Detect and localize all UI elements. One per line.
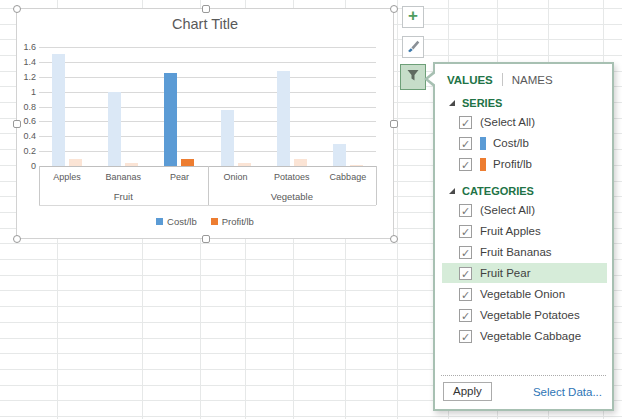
filter-item-label: Vegetable Potatoes bbox=[480, 309, 580, 321]
filter-item-label: Fruit Bananas bbox=[480, 246, 552, 258]
checkbox-profit-lb[interactable]: ✓ bbox=[459, 158, 472, 171]
category-label: Pear bbox=[151, 172, 207, 182]
bar-costlb-pear[interactable] bbox=[164, 73, 177, 166]
y-axis-tick-label: 0 bbox=[17, 161, 36, 171]
checkbox-fruit-pear[interactable]: ✓ bbox=[459, 267, 472, 280]
resize-handle[interactable] bbox=[202, 235, 210, 243]
filter-item-fruit-bananas[interactable]: ✓Fruit Bananas bbox=[442, 242, 607, 262]
checkbox-vegetable-cabbage[interactable]: ✓ bbox=[459, 330, 472, 343]
select-data-link[interactable]: Select Data... bbox=[533, 386, 602, 398]
paintbrush-icon bbox=[406, 38, 421, 57]
chart-gridline bbox=[39, 107, 376, 108]
axis-bottom-line bbox=[39, 205, 376, 206]
collapse-triangle-icon bbox=[449, 100, 455, 106]
excel-window: Chart Title 00.20.40.60.811.21.41.6Apple… bbox=[0, 0, 622, 419]
chart-elements-button[interactable]: + bbox=[402, 6, 424, 28]
legend-entry-costlb[interactable]: Cost/lb bbox=[156, 216, 197, 227]
chart-gridline bbox=[39, 151, 376, 152]
chart-gridline bbox=[39, 47, 376, 48]
legend-swatch-icon bbox=[211, 218, 218, 225]
axis-group-divider bbox=[208, 166, 209, 205]
chart-legend: Cost/lbProfit/lb bbox=[17, 216, 393, 227]
filter-item-label: Fruit Pear bbox=[480, 267, 531, 279]
resize-handle[interactable] bbox=[13, 5, 21, 13]
bar-costlb-bananas[interactable] bbox=[108, 92, 121, 166]
category-label: Cabbage bbox=[320, 172, 376, 182]
collapse-triangle-icon bbox=[449, 188, 455, 194]
bar-profitlb-pear[interactable] bbox=[181, 159, 194, 166]
chart-gridline bbox=[39, 136, 376, 137]
legend-label: Cost/lb bbox=[167, 216, 197, 227]
filter-item-cost-lb[interactable]: ✓Cost/lb bbox=[442, 133, 607, 153]
filter-panel-footer: Apply Select Data... bbox=[441, 375, 606, 409]
bar-costlb-cabbage[interactable] bbox=[333, 144, 346, 166]
y-axis-tick-label: 1.2 bbox=[17, 72, 36, 82]
checkbox-vegetable-potatoes[interactable]: ✓ bbox=[459, 309, 472, 322]
y-axis-tick-label: 0.2 bbox=[17, 146, 36, 156]
chart-gridline bbox=[39, 92, 376, 93]
series-section-header[interactable]: SERIES bbox=[449, 97, 612, 109]
filter-item-profit-lb[interactable]: ✓Profit/lb bbox=[442, 154, 607, 174]
funnel-icon bbox=[405, 67, 421, 87]
category-label: Bananas bbox=[95, 172, 151, 182]
tab-values[interactable]: VALUES bbox=[447, 74, 493, 86]
apply-button[interactable]: Apply bbox=[443, 382, 492, 401]
filter-item-select-all[interactable]: ✓(Select All) bbox=[442, 200, 607, 220]
checkbox-select-all[interactable]: ✓ bbox=[459, 116, 472, 129]
chart-styles-button[interactable] bbox=[402, 36, 424, 58]
resize-handle[interactable] bbox=[390, 235, 398, 243]
tab-names[interactable]: NAMES bbox=[512, 74, 553, 86]
bar-costlb-onion[interactable] bbox=[221, 110, 234, 166]
chart-area[interactable]: Chart Title 00.20.40.60.811.21.41.6Apple… bbox=[16, 8, 394, 239]
grid-column-line bbox=[397, 0, 398, 419]
filter-item-label: (Select All) bbox=[480, 116, 535, 128]
plot-area: 00.20.40.60.811.21.41.6ApplesBananasPear… bbox=[17, 9, 393, 238]
chart-filters-button[interactable] bbox=[400, 64, 426, 90]
series-color-swatch bbox=[480, 158, 486, 171]
filter-item-fruit-apples[interactable]: ✓Fruit Apples bbox=[442, 221, 607, 241]
bar-profitlb-apples[interactable] bbox=[69, 159, 82, 166]
filter-item-fruit-pear[interactable]: ✓Fruit Pear bbox=[442, 263, 607, 283]
checkbox-vegetable-onion[interactable]: ✓ bbox=[459, 288, 472, 301]
category-label: Onion bbox=[208, 172, 264, 182]
y-axis-tick-label: 1 bbox=[17, 87, 36, 97]
category-group-label: Vegetable bbox=[252, 191, 332, 202]
resize-handle[interactable] bbox=[13, 235, 21, 243]
category-items: ✓(Select All)✓Fruit Apples✓Fruit Bananas… bbox=[435, 200, 612, 346]
y-axis-tick-label: 1.6 bbox=[17, 42, 36, 52]
filter-item-vegetable-potatoes[interactable]: ✓Vegetable Potatoes bbox=[442, 305, 607, 325]
filter-item-select-all[interactable]: ✓(Select All) bbox=[442, 112, 607, 132]
legend-label: Profit/lb bbox=[222, 216, 254, 227]
grid-row-line bbox=[0, 416, 622, 417]
plus-icon: + bbox=[408, 9, 418, 23]
categories-section-header[interactable]: CATEGORIES bbox=[449, 185, 612, 197]
filter-item-vegetable-onion[interactable]: ✓Vegetable Onion bbox=[442, 284, 607, 304]
category-group-label: Fruit bbox=[83, 191, 163, 202]
chart-gridline bbox=[39, 121, 376, 122]
chart-gridline bbox=[39, 62, 376, 63]
checkbox-cost-lb[interactable]: ✓ bbox=[459, 137, 472, 150]
resize-handle[interactable] bbox=[13, 120, 21, 128]
legend-swatch-icon bbox=[156, 218, 163, 225]
filter-item-label: Vegetable Cabbage bbox=[480, 330, 581, 342]
category-label: Potatoes bbox=[264, 172, 320, 182]
filter-item-label: Cost/lb bbox=[493, 137, 529, 149]
checkbox-select-all[interactable]: ✓ bbox=[459, 204, 472, 217]
checkbox-fruit-bananas[interactable]: ✓ bbox=[459, 246, 472, 259]
chart-filters-panel: VALUES NAMES SERIES ✓(Select All)✓Cost/l… bbox=[433, 62, 614, 411]
resize-handle[interactable] bbox=[390, 120, 398, 128]
resize-handle[interactable] bbox=[390, 5, 398, 13]
tab-separator bbox=[502, 73, 503, 86]
bar-costlb-potatoes[interactable] bbox=[277, 71, 290, 166]
axis-group-divider bbox=[39, 166, 40, 205]
series-items: ✓(Select All)✓Cost/lb✓Profit/lb bbox=[435, 112, 612, 174]
filter-item-label: (Select All) bbox=[480, 204, 535, 216]
resize-handle[interactable] bbox=[202, 5, 210, 13]
bar-profitlb-potatoes[interactable] bbox=[294, 159, 307, 166]
bar-costlb-apples[interactable] bbox=[52, 54, 65, 166]
checkbox-fruit-apples[interactable]: ✓ bbox=[459, 225, 472, 238]
legend-entry-profitlb[interactable]: Profit/lb bbox=[211, 216, 254, 227]
y-axis-tick-label: 1.4 bbox=[17, 57, 36, 67]
filter-item-vegetable-cabbage[interactable]: ✓Vegetable Cabbage bbox=[442, 326, 607, 346]
chart-gridline bbox=[39, 77, 376, 78]
